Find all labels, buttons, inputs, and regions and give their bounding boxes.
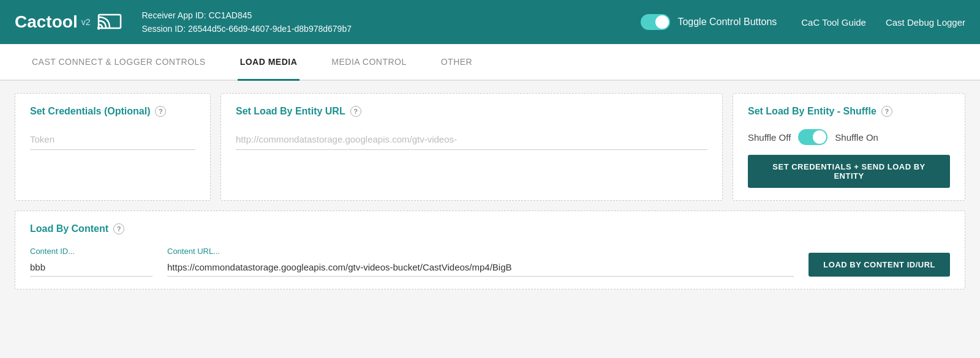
header-info: Receiver App ID: CC1AD845 Session ID: 26… bbox=[141, 9, 626, 36]
tab-load-media[interactable]: LOAD MEDIA bbox=[238, 44, 300, 81]
content-id-label: Content ID... bbox=[30, 247, 153, 256]
content-url-label: Content URL... bbox=[167, 247, 794, 256]
entity-url-help-icon[interactable]: ? bbox=[350, 106, 361, 117]
load-content-row: Content ID... Content URL... LOAD BY CON… bbox=[30, 247, 950, 277]
header-nav: CaC Tool Guide Cast Debug Logger bbox=[801, 17, 965, 28]
shuffle-on-label: Shuffle On bbox=[835, 132, 878, 143]
session-id: Session ID: 26544d5c-66d9-4607-9de1-d8b9… bbox=[141, 22, 626, 35]
card-entity-url: Set Load By Entity URL ? bbox=[221, 93, 723, 201]
credentials-help-icon[interactable]: ? bbox=[155, 106, 166, 117]
tab-cast-connect[interactable]: CAST CONNECT & LOGGER CONTROLS bbox=[29, 44, 208, 81]
token-input[interactable] bbox=[30, 129, 195, 150]
control-buttons-toggle[interactable] bbox=[641, 14, 670, 30]
cast-device-icon bbox=[97, 12, 122, 32]
content-url-input[interactable] bbox=[167, 258, 794, 277]
shuffle-toggle-row: Shuffle Off Shuffle On bbox=[748, 129, 950, 145]
tab-other[interactable]: OTHER bbox=[439, 44, 475, 81]
logo-name: Cactool bbox=[15, 12, 78, 32]
shuffle-help-icon[interactable]: ? bbox=[881, 106, 892, 117]
card-load-content: Load By Content ? Content ID... Content … bbox=[15, 211, 965, 289]
logo-version: v2 bbox=[81, 17, 91, 27]
svg-point-1 bbox=[97, 27, 100, 30]
content-url-group: Content URL... bbox=[167, 247, 794, 277]
tabs-bar: CAST CONNECT & LOGGER CONTROLS LOAD MEDI… bbox=[0, 44, 980, 81]
tab-media-control[interactable]: MEDIA CONTROL bbox=[329, 44, 409, 81]
credentials-title: Set Credentials (Optional) ? bbox=[30, 106, 195, 117]
content-id-group: Content ID... bbox=[30, 247, 153, 277]
entity-url-title: Set Load By Entity URL ? bbox=[236, 106, 707, 117]
toggle-section: Toggle Control Buttons bbox=[641, 14, 777, 30]
load-content-help-icon[interactable]: ? bbox=[113, 223, 124, 234]
cac-tool-guide-link[interactable]: CaC Tool Guide bbox=[801, 17, 866, 28]
main-content: Set Credentials (Optional) ? Set Load By… bbox=[0, 81, 980, 302]
load-content-button[interactable]: LOAD BY CONTENT ID/URL bbox=[809, 253, 950, 277]
load-content-title: Load By Content ? bbox=[30, 223, 950, 234]
shuffle-toggle[interactable] bbox=[798, 129, 827, 145]
shuffle-off-label: Shuffle Off bbox=[748, 132, 791, 143]
content-id-input[interactable] bbox=[30, 258, 153, 277]
app-header: Cactool v2 Receiver App ID: CC1AD845 Ses… bbox=[0, 0, 980, 44]
top-card-row: Set Credentials (Optional) ? Set Load By… bbox=[15, 93, 965, 201]
send-load-by-entity-button[interactable]: SET CREDENTIALS + SEND LOAD BY ENTITY bbox=[748, 155, 950, 188]
card-shuffle: Set Load By Entity - Shuffle ? Shuffle O… bbox=[733, 93, 965, 201]
shuffle-title: Set Load By Entity - Shuffle ? bbox=[748, 106, 950, 117]
receiver-app-id: Receiver App ID: CC1AD845 bbox=[141, 9, 626, 22]
toggle-label: Toggle Control Buttons bbox=[677, 17, 777, 28]
entity-url-input[interactable] bbox=[236, 129, 707, 150]
card-credentials: Set Credentials (Optional) ? bbox=[15, 93, 211, 201]
logo-section: Cactool v2 bbox=[15, 12, 122, 32]
cast-debug-logger-link[interactable]: Cast Debug Logger bbox=[886, 17, 965, 28]
